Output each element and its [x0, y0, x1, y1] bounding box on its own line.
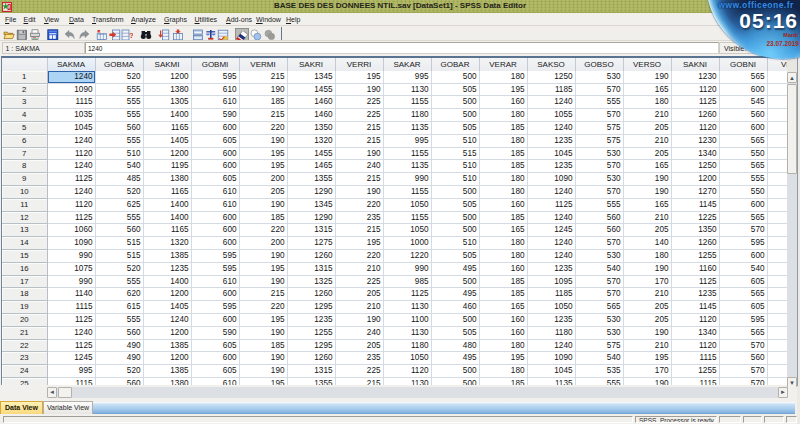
svg-text:?: ? [129, 31, 133, 40]
